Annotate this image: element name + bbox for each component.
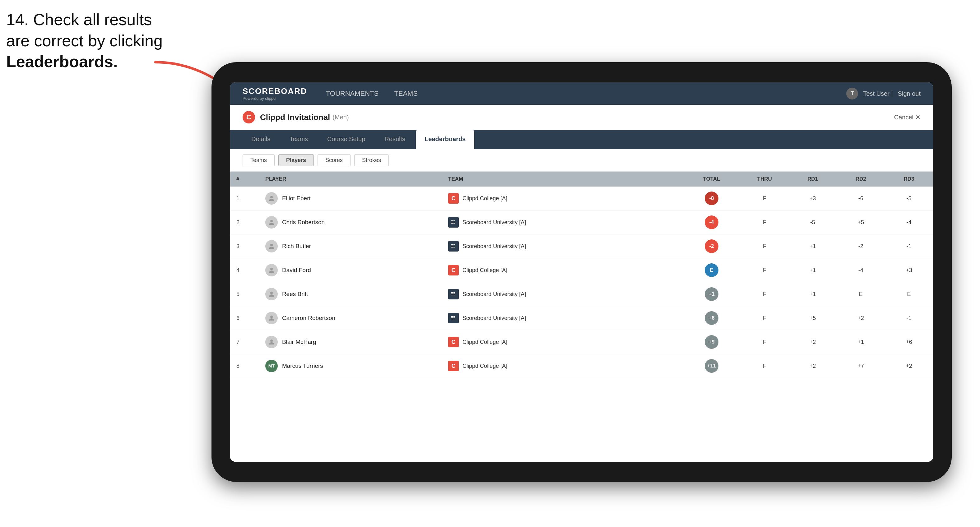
svg-rect-11: [451, 246, 453, 246]
total-cell: -2: [682, 235, 741, 259]
rd2-cell: +7: [837, 354, 885, 378]
nav-right: T Test User | Sign out: [846, 88, 921, 100]
rank-cell: 2: [230, 211, 259, 235]
filter-strokes[interactable]: Strokes: [354, 154, 389, 166]
table-row: 2Chris RobertsonScoreboard University [A…: [230, 211, 933, 235]
svg-rect-4: [451, 222, 453, 222]
player-name: Elliot Ebert: [282, 195, 311, 202]
rd3-cell: +2: [885, 354, 933, 378]
player-avatar: [265, 288, 278, 300]
tournament-tag: (Men): [332, 114, 348, 121]
filter-teams[interactable]: Teams: [243, 154, 275, 166]
tab-course-setup[interactable]: Course Setup: [318, 130, 374, 149]
team-cell: Scoreboard University [A]: [442, 282, 682, 306]
top-nav-bar: SCOREBOARD Powered by clippd TOURNAMENTS…: [230, 83, 933, 105]
svg-point-2: [270, 220, 273, 222]
rd3-cell: E: [885, 282, 933, 306]
logo-area: SCOREBOARD Powered by clippd: [243, 86, 307, 101]
svg-point-9: [270, 244, 273, 246]
rd2-cell: -4: [837, 259, 885, 282]
player-avatar: [265, 216, 278, 229]
player-cell: Blair McHarg: [259, 330, 442, 354]
table-row: 3Rich ButlerScoreboard University [A]-2F…: [230, 235, 933, 259]
team-name: Scoreboard University [A]: [463, 219, 526, 226]
user-label: Test User |: [863, 90, 892, 97]
rd1-cell: +1: [789, 259, 837, 282]
cancel-button[interactable]: Cancel ✕: [894, 113, 921, 121]
team-cell: CClippd College [A]: [442, 330, 682, 354]
player-name: Blair McHarg: [282, 338, 316, 345]
table-row: 4David FordCClippd College [A]EF+1-4+3: [230, 259, 933, 282]
svg-rect-30: [453, 319, 455, 319]
score-badge: +1: [705, 287, 718, 301]
filter-scores[interactable]: Scores: [318, 154, 350, 166]
thru-cell: F: [741, 306, 789, 330]
svg-rect-13: [453, 244, 455, 245]
tournament-icon: C: [243, 111, 255, 124]
player-name: Rees Britt: [282, 291, 308, 298]
leaderboard-table: # PLAYER TEAM TOTAL THRU RD1 RD2 RD3 1El…: [230, 171, 933, 462]
score-badge: +11: [705, 359, 718, 373]
total-cell: +6: [682, 306, 741, 330]
player-name: Rich Butler: [282, 243, 311, 250]
svg-rect-14: [453, 246, 455, 246]
total-cell: E: [682, 259, 741, 282]
logo-text: SCOREBOARD: [243, 86, 307, 96]
svg-rect-25: [451, 316, 453, 317]
rd3-cell: -1: [885, 306, 933, 330]
score-badge: +9: [705, 335, 718, 349]
header-rank: #: [230, 171, 259, 187]
rd3-cell: -4: [885, 211, 933, 235]
team-cell: Scoreboard University [A]: [442, 306, 682, 330]
table-row: 8MTMarcus TurnersCClippd College [A]+11F…: [230, 354, 933, 378]
tab-bar: Details Teams Course Setup Results Leade…: [230, 130, 933, 149]
team-cell: CClippd College [A]: [442, 187, 682, 211]
rd1-cell: +5: [789, 306, 837, 330]
svg-rect-27: [451, 319, 453, 319]
rank-cell: 3: [230, 235, 259, 259]
tablet-screen: SCOREBOARD Powered by clippd TOURNAMENTS…: [230, 83, 933, 462]
svg-rect-21: [453, 292, 455, 293]
logo-sub: Powered by clippd: [243, 96, 307, 101]
team-name: Clippd College [A]: [463, 363, 507, 369]
nav-teams[interactable]: TEAMS: [394, 89, 418, 98]
svg-rect-18: [451, 292, 453, 293]
player-cell: Cameron Robertson: [259, 306, 442, 330]
team-logo: [448, 217, 459, 228]
rd2-cell: +1: [837, 330, 885, 354]
tournament-header: C Clippd Invitational (Men) Cancel ✕: [230, 105, 933, 130]
tab-teams[interactable]: Teams: [281, 130, 317, 149]
header-team: TEAM: [442, 171, 682, 187]
tournament-name: Clippd Invitational: [260, 113, 330, 122]
player-cell: Rees Britt: [259, 282, 442, 306]
total-cell: -4: [682, 211, 741, 235]
svg-rect-19: [451, 294, 453, 294]
svg-point-24: [270, 316, 273, 318]
total-cell: -8: [682, 187, 741, 211]
table-header-row: # PLAYER TEAM TOTAL THRU RD1 RD2 RD3: [230, 171, 933, 187]
player-name: Marcus Turners: [282, 362, 323, 369]
nav-tournaments[interactable]: TOURNAMENTS: [326, 89, 379, 98]
tab-leaderboards[interactable]: Leaderboards: [416, 130, 474, 149]
svg-point-17: [270, 292, 273, 294]
table-row: 5Rees BrittScoreboard University [A]+1F+…: [230, 282, 933, 306]
svg-rect-22: [453, 294, 455, 294]
rd3-cell: -1: [885, 235, 933, 259]
filter-players[interactable]: Players: [278, 154, 314, 166]
total-cell: +11: [682, 354, 741, 378]
tab-results[interactable]: Results: [376, 130, 414, 149]
sign-out-button[interactable]: Sign out: [898, 90, 921, 97]
thru-cell: F: [741, 330, 789, 354]
rd1-cell: +1: [789, 235, 837, 259]
team-name: Clippd College [A]: [463, 195, 507, 202]
thru-cell: F: [741, 354, 789, 378]
nav-links: TOURNAMENTS TEAMS: [326, 89, 846, 98]
table-row: 6Cameron RobertsonScoreboard University …: [230, 306, 933, 330]
header-thru: THRU: [741, 171, 789, 187]
svg-rect-12: [451, 247, 453, 248]
svg-rect-15: [453, 247, 455, 248]
tab-details[interactable]: Details: [243, 130, 279, 149]
team-logo: C: [448, 337, 459, 347]
score-badge: -4: [705, 216, 718, 229]
team-cell: Scoreboard University [A]: [442, 235, 682, 259]
